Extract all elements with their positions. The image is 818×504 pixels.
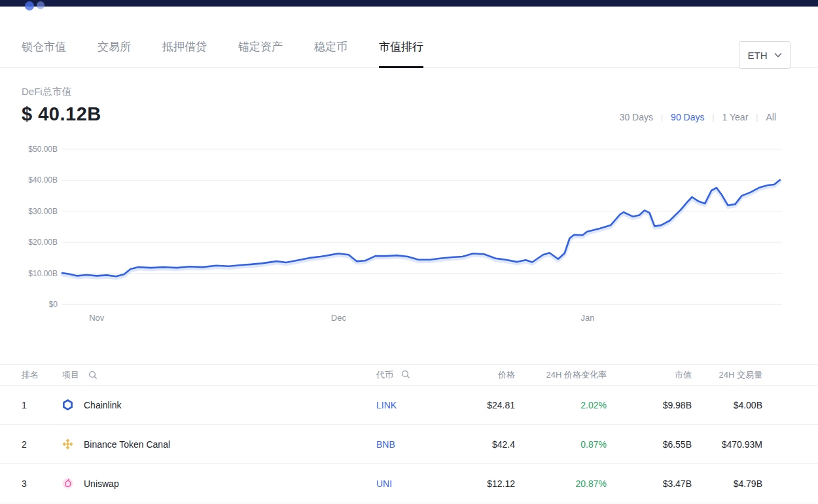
range-1year[interactable]: 1 Year: [715, 112, 756, 122]
range-30days[interactable]: 30 Days: [612, 112, 661, 122]
mcap-cell: $3.47B: [607, 478, 692, 489]
site-logo-icon: [25, 1, 34, 10]
chart-x-axis: NovDecJan: [62, 313, 782, 326]
change-cell: 0.87%: [515, 439, 607, 450]
chainlink-icon: [62, 399, 73, 410]
table-row[interactable]: 3 Uniswap UNI $12.12 20.87% $3.47B $4.79…: [0, 464, 818, 503]
chart-y-axis: $0$10.00B$20.00B$30.00B$40.00B$50.00B: [0, 149, 58, 304]
tab-marketcap-ranking[interactable]: 市值排行: [379, 39, 423, 67]
currency-dropdown-value: ETH: [748, 50, 768, 61]
range-all[interactable]: All: [758, 112, 784, 122]
uniswap-icon: [62, 478, 73, 489]
project-name: Binance Token Canal: [84, 439, 170, 450]
change-cell: 2.02%: [515, 400, 607, 410]
project-name: Uniswap: [84, 478, 119, 489]
token-link[interactable]: BNB: [376, 439, 442, 450]
mcap-cell: $9.98B: [607, 400, 692, 410]
header-project: 项目: [62, 369, 376, 381]
summary-section: DeFi总市值 $ 40.12B 30 Days | 90 Days | 1 Y…: [0, 86, 818, 125]
change-cell: 20.87%: [515, 478, 607, 489]
tab-exchanges[interactable]: 交易所: [98, 39, 131, 67]
currency-dropdown[interactable]: ETH: [739, 41, 791, 69]
project-cell: Uniswap: [62, 478, 376, 489]
project-cell: Binance Token Canal: [62, 439, 376, 450]
project-search-icon[interactable]: [88, 370, 98, 380]
tab-pegged-assets[interactable]: 锚定资产: [238, 39, 283, 67]
tab-list: 锁仓市值 交易所 抵押借贷 锚定资产 稳定币 市值排行: [0, 39, 818, 67]
header-token: 代币: [376, 369, 442, 381]
tab-stablecoins[interactable]: 稳定币: [314, 39, 347, 67]
project-name: Chainlink: [84, 400, 122, 410]
summary-label: DeFi总市值: [22, 86, 818, 98]
tab-bar: 锁仓市值 交易所 抵押借贷 锚定资产 稳定币 市值排行 ETH: [0, 39, 818, 68]
volume-cell: $470.93M: [692, 439, 762, 450]
rank-cell: 2: [0, 439, 62, 450]
table-row[interactable]: 1 Chainlink LINK $24.81 2.02% $9.98B $4.…: [0, 386, 818, 425]
marketcap-chart: $0$10.00B$20.00B$30.00B$40.00B$50.00B No…: [0, 149, 818, 333]
header-volume: 24H 交易量: [692, 369, 762, 381]
table-header-row: 排名 项目 代币 价格 24H 价格变化率 市值 24H 交易量: [0, 364, 818, 386]
rank-cell: 3: [0, 478, 62, 489]
price-cell: $42.4: [442, 439, 515, 450]
project-cell: Chainlink: [62, 399, 376, 410]
price-cell: $12.12: [442, 478, 515, 489]
token-search-icon[interactable]: [401, 370, 410, 379]
token-link[interactable]: LINK: [376, 400, 442, 410]
token-link[interactable]: UNI: [376, 478, 442, 489]
header-mcap: 市值: [607, 369, 692, 381]
time-range-selector: 30 Days | 90 Days | 1 Year | All: [612, 112, 784, 122]
tab-locked-marketcap[interactable]: 锁仓市值: [22, 39, 66, 67]
header-change: 24H 价格变化率: [515, 369, 607, 381]
mcap-cell: $6.55B: [607, 439, 692, 450]
header-token-label: 代币: [376, 370, 393, 380]
price-cell: $24.81: [442, 400, 515, 410]
tab-lending[interactable]: 抵押借贷: [162, 39, 207, 67]
binance-icon: [62, 439, 73, 450]
range-90days[interactable]: 90 Days: [663, 112, 712, 122]
chart-plot-area[interactable]: [62, 149, 782, 304]
header-rank: 排名: [0, 369, 62, 381]
ranking-table: 排名 项目 代币 价格 24H 价格变化率 市值 24H 交易量 1 Chain…: [0, 364, 818, 503]
rank-cell: 1: [0, 400, 62, 410]
chevron-down-icon: [774, 52, 782, 58]
header-project-label: 项目: [62, 369, 79, 381]
volume-cell: $4.00B: [692, 400, 762, 410]
table-row[interactable]: 2 Binance Token Canal BNB $42.4 0.87% $6…: [0, 425, 818, 464]
top-navbar: [0, 0, 818, 7]
site-logo-icon-secondary: [37, 1, 44, 9]
volume-cell: $4.79B: [692, 478, 762, 489]
header-price: 价格: [442, 369, 515, 381]
